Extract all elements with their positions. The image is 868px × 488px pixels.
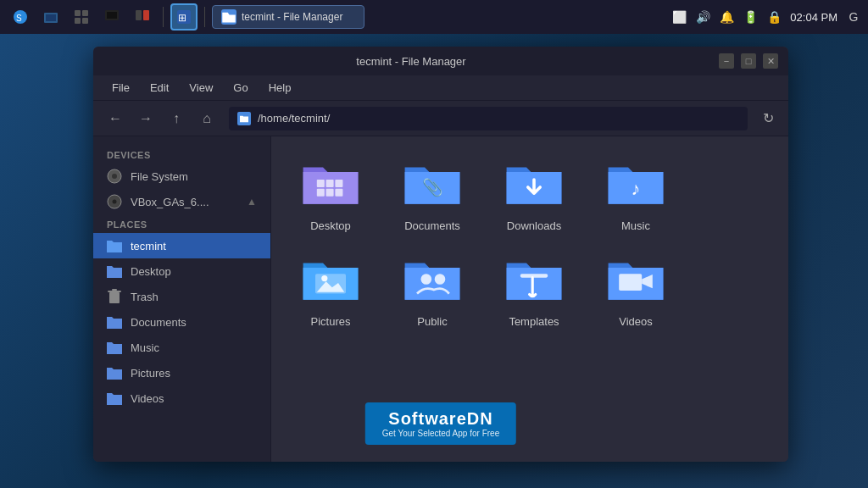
svg-text:⊞: ⊞ (178, 12, 186, 24)
file-item-pictures[interactable]: Pictures (288, 249, 373, 328)
downloads-folder-wrapper (500, 153, 568, 213)
window-controls: − □ ✕ (719, 53, 778, 69)
taskbar-right: ⬜ 🔊 🔔 🔋 🔒 02:04 PM G (671, 9, 861, 25)
forward-button[interactable]: → (132, 105, 159, 132)
minimize-button[interactable]: − (719, 53, 734, 69)
sidebar-tecmint-label: tecmint (131, 240, 166, 252)
menubar: File Edit View Go Help (93, 75, 788, 101)
up-button[interactable]: ↑ (163, 105, 190, 132)
file-item-videos[interactable]: Videos (593, 249, 678, 328)
documents-label: Documents (404, 219, 460, 232)
taskbar-icon-1[interactable] (37, 3, 64, 30)
pictures-label: Pictures (311, 315, 351, 328)
notification-icon[interactable]: 🔔 (719, 9, 734, 25)
sidebar-item-music[interactable]: Music (93, 335, 270, 360)
downloads-label: Downloads (507, 219, 561, 232)
file-manager-window: tecmint - File Manager − □ ✕ File Edit V… (93, 47, 788, 462)
sidebar-pictures-label: Pictures (131, 367, 170, 380)
watermark: SoftwareDN Get Your Selected App for Fre… (365, 402, 516, 445)
address-text[interactable]: /home/tecmint/ (258, 112, 739, 125)
public-label: Public (417, 315, 447, 328)
sidebar-documents-label: Documents (131, 316, 186, 329)
menu-go[interactable]: Go (225, 78, 256, 97)
lock-icon: 🔒 (766, 9, 782, 25)
menu-view[interactable]: View (181, 78, 221, 97)
sidebar-item-desktop[interactable]: Desktop (93, 258, 270, 284)
svg-rect-25 (326, 189, 334, 197)
taskbar: S ⊞ tecmint - File Manager ⬜ 🔊 🔔 (0, 0, 868, 34)
close-button[interactable]: ✕ (763, 53, 778, 69)
clock: 02:04 PM (790, 11, 837, 24)
svg-rect-23 (335, 180, 342, 187)
svg-rect-18 (109, 292, 120, 303)
menu-file[interactable]: File (103, 78, 138, 97)
settings-icon[interactable]: G (846, 9, 861, 25)
svg-text:♪: ♪ (632, 178, 641, 199)
sidebar-vbox-label: VBox_GAs_6.... (131, 196, 209, 208)
watermark-subtitle: Get Your Selected App for Free (382, 429, 499, 438)
music-label: Music (621, 219, 650, 232)
refresh-button[interactable]: ↻ (756, 107, 780, 130)
menu-help[interactable]: Help (260, 78, 300, 97)
taskbar-icon-5[interactable]: ⊞ (170, 3, 198, 30)
svg-point-17 (113, 200, 117, 204)
sidebar-item-trash[interactable]: Trash (93, 284, 270, 309)
taskbar-icon-3[interactable] (98, 3, 125, 30)
sidebar-item-videos[interactable]: Videos (93, 385, 270, 411)
svg-point-30 (321, 275, 327, 281)
svg-rect-26 (335, 189, 342, 197)
svg-rect-34 (619, 274, 642, 291)
svg-rect-7 (82, 18, 88, 24)
svg-rect-33 (520, 274, 548, 278)
file-item-templates[interactable]: Templates (492, 249, 576, 328)
drive-icon (107, 169, 122, 184)
svg-rect-21 (317, 180, 325, 187)
file-item-downloads[interactable]: Downloads (492, 153, 576, 232)
pictures-folder-icon (107, 365, 122, 380)
svg-point-32 (435, 274, 446, 285)
sidebar-item-pictures[interactable]: Pictures (93, 360, 270, 385)
file-area: Desktop 📎 Documents (271, 136, 788, 462)
taskbar-divider-2 (204, 7, 205, 27)
file-item-public[interactable]: Public (390, 249, 475, 328)
svg-rect-22 (326, 180, 334, 187)
taskbar-icon-4[interactable] (129, 3, 156, 30)
window-title: tecmint - File Manager (103, 55, 719, 68)
sidebar-item-tecmint[interactable]: tecmint (93, 233, 270, 258)
sidebar-item-vbox[interactable]: VBox_GAs_6.... ▲ (93, 189, 270, 214)
svg-point-15 (112, 174, 117, 179)
svg-rect-3 (46, 14, 56, 21)
file-item-music[interactable]: ♪ Music (593, 153, 678, 232)
videos-folder-icon (107, 391, 122, 406)
templates-folder-wrapper (500, 249, 568, 308)
file-item-desktop[interactable]: Desktop (288, 153, 373, 232)
music-folder-icon (107, 340, 122, 355)
svg-rect-5 (82, 10, 88, 16)
taskbar-icon-2[interactable] (68, 3, 95, 30)
svg-text:📎: 📎 (422, 177, 443, 197)
disc-icon (107, 194, 122, 209)
devices-label: DEVICES (93, 145, 270, 164)
pictures-folder-wrapper (297, 249, 364, 308)
file-grid: Desktop 📎 Documents (288, 153, 771, 328)
file-item-documents[interactable]: 📎 Documents (390, 153, 475, 232)
taskbar-logo[interactable]: S (7, 3, 34, 30)
sidebar-desktop-label: Desktop (131, 265, 171, 278)
address-bar[interactable]: /home/tecmint/ (229, 107, 748, 130)
volume-icon[interactable]: 🔊 (695, 9, 710, 25)
back-button[interactable]: ← (102, 105, 129, 132)
eject-icon[interactable]: ▲ (247, 196, 257, 208)
svg-rect-9 (107, 12, 117, 19)
svg-rect-19 (108, 291, 121, 292)
svg-point-31 (421, 274, 432, 285)
videos-folder-wrapper (602, 249, 670, 308)
home-button[interactable]: ⌂ (193, 105, 220, 132)
taskbar-divider (163, 7, 164, 27)
sidebar-item-label: File System (131, 170, 188, 183)
menu-edit[interactable]: Edit (142, 78, 177, 97)
sidebar-item-file-system[interactable]: File System (93, 164, 270, 189)
taskbar-file-manager-app[interactable]: tecmint - File Manager (212, 5, 364, 29)
taskbar-app-icon (221, 9, 236, 25)
sidebar-item-documents[interactable]: Documents (93, 309, 270, 335)
maximize-button[interactable]: □ (741, 53, 756, 69)
